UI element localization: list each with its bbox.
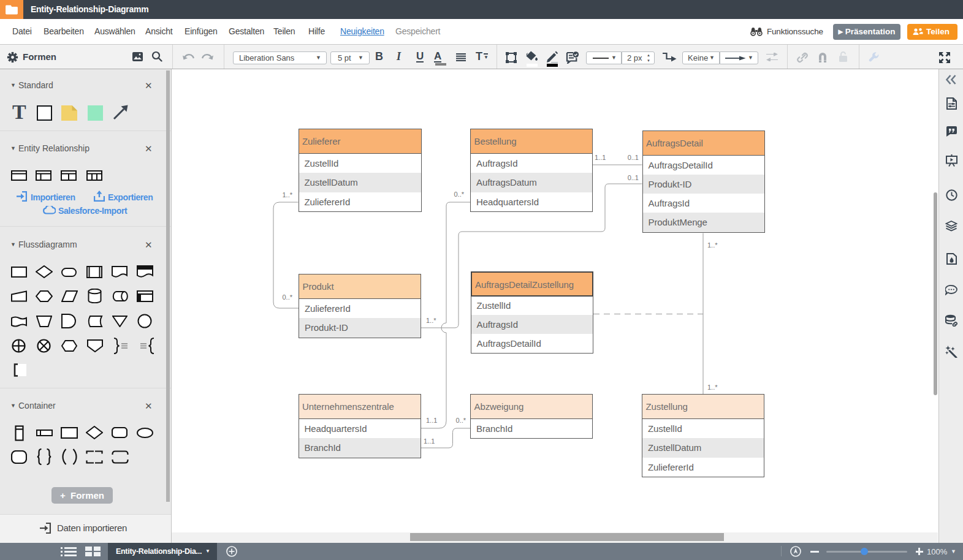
svg-text:0..1: 0..1 xyxy=(628,154,639,161)
svg-text:1..*: 1..* xyxy=(707,241,718,249)
svg-text:0..1: 0..1 xyxy=(628,174,639,181)
svg-text:1..*: 1..* xyxy=(707,384,718,391)
svg-text:0..*: 0..* xyxy=(455,417,466,424)
svg-text:0..*: 0..* xyxy=(282,293,292,301)
svg-text:1..*: 1..* xyxy=(282,191,292,199)
svg-text:1..1: 1..1 xyxy=(426,417,437,424)
svg-text:1..1: 1..1 xyxy=(595,154,606,161)
svg-text:1..1: 1..1 xyxy=(424,437,435,445)
svg-text:1..*: 1..* xyxy=(426,317,436,324)
svg-text:0..*: 0..* xyxy=(454,191,464,198)
